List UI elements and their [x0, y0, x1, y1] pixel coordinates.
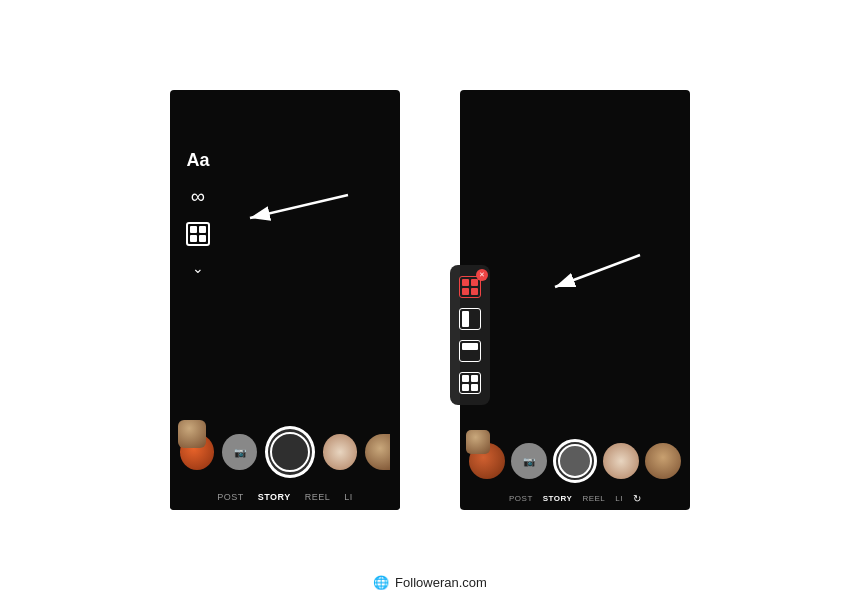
top-cell: [462, 343, 478, 350]
half-left-cell: [462, 311, 469, 327]
tab-story-left[interactable]: STORY: [258, 492, 291, 502]
right-thumb-3[interactable]: [603, 443, 639, 479]
popup-icon-half-right[interactable]: [456, 305, 484, 333]
grid-cell-br: [199, 235, 206, 242]
grid-x-cell-tr: [471, 279, 478, 286]
layout-popup[interactable]: ✕: [450, 265, 490, 405]
popup-icon-top-half[interactable]: [456, 337, 484, 365]
svg-line-1: [250, 195, 348, 218]
globe-icon: 🌐: [373, 575, 389, 590]
svg-line-3: [555, 255, 640, 287]
half-right-icon: [459, 308, 481, 330]
four-grid-icon: [459, 372, 481, 394]
main-container: Aa ∞ ⌄: [0, 0, 860, 600]
right-tab-reel[interactable]: REEL: [582, 494, 605, 503]
right-nav-tabs: POST STORY REEL LI ↻: [460, 489, 690, 510]
grid-cell-tl: [190, 226, 197, 233]
left-toolbar: Aa ∞ ⌄: [186, 150, 210, 276]
popup-row-2: [456, 305, 484, 333]
infinity-icon[interactable]: ∞: [186, 185, 210, 208]
tab-post-left[interactable]: POST: [217, 492, 244, 502]
right-shutter-button[interactable]: [553, 439, 597, 483]
grid-x-cell-br: [471, 288, 478, 295]
grid-x-cell-tl: [462, 279, 469, 286]
shutter-inner-ring: [270, 432, 310, 472]
arrow-annotation-left: [218, 180, 358, 240]
right-bottom-bar: 📷 POST STORY REEL LI ↻: [460, 433, 690, 510]
tab-live-left[interactable]: LI: [344, 492, 353, 502]
layout-icon[interactable]: [186, 222, 210, 246]
chevron-down-icon[interactable]: ⌄: [186, 260, 210, 276]
popup-row-1: ✕: [456, 273, 484, 301]
arrow-annotation-right: [515, 245, 645, 305]
shutter-button[interactable]: [265, 426, 315, 478]
top-half-icon: [459, 340, 481, 362]
right-phone-mockup: ✕: [460, 90, 690, 510]
popup-icon-grid-x[interactable]: ✕: [456, 273, 484, 301]
text-tool[interactable]: Aa: [186, 150, 210, 171]
popup-row-4: [456, 369, 484, 397]
l4-cell-bl: [462, 384, 469, 391]
left-profile-thumbnail[interactable]: [178, 420, 206, 448]
brand-name: Followeran.com: [395, 575, 487, 590]
l4-cell-tl: [462, 375, 469, 382]
bottom-right-cell: [471, 352, 478, 359]
grid-cell-tr: [199, 226, 206, 233]
right-shutter-inner: [558, 444, 592, 478]
right-thumb-2[interactable]: 📷: [511, 443, 547, 479]
popup-icon-four-grid[interactable]: [456, 369, 484, 397]
story-thumb-4-partial[interactable]: [365, 434, 390, 470]
right-thumb-4[interactable]: [645, 443, 681, 479]
footer: 🌐 Followeran.com: [373, 575, 487, 590]
tab-reel-left[interactable]: REEL: [305, 492, 331, 502]
x-close-badge: ✕: [476, 269, 488, 281]
l4-cell-br: [471, 384, 478, 391]
right-content-area: ✕: [460, 90, 690, 510]
right-tab-live[interactable]: LI: [615, 494, 623, 503]
bottom-left-cell: [462, 352, 469, 359]
right-profile-thumbnail[interactable]: [466, 430, 490, 454]
story-thumb-2[interactable]: 📷: [222, 434, 256, 470]
half-right-cell: [471, 311, 478, 327]
left-nav-tabs: POST STORY REEL LI: [170, 486, 400, 510]
refresh-icon[interactable]: ↻: [633, 493, 641, 504]
grid-x-cell-bl: [462, 288, 469, 295]
layout-grid-icon: [186, 222, 210, 246]
l4-cell-tr: [471, 375, 478, 382]
popup-row-3: [456, 337, 484, 365]
right-tab-post[interactable]: POST: [509, 494, 533, 503]
right-story-thumbnails: 📷: [460, 433, 690, 489]
right-tab-story[interactable]: STORY: [543, 494, 573, 503]
grid-cell-bl: [190, 235, 197, 242]
left-phone-mockup: Aa ∞ ⌄: [170, 90, 400, 510]
story-thumb-3[interactable]: [323, 434, 357, 470]
